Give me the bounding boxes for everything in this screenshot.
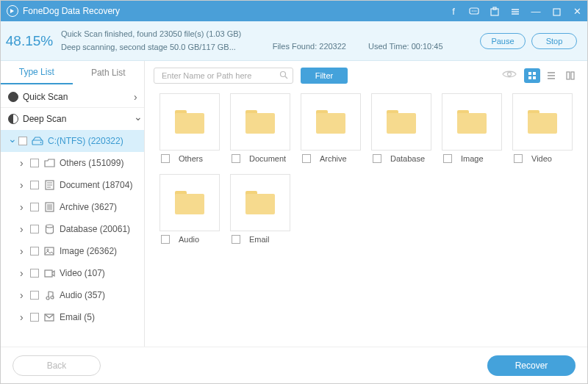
tree-item[interactable]: Audio (357) [20, 284, 144, 306]
checkbox[interactable] [30, 159, 39, 167]
recover-button[interactable]: Recover [487, 355, 576, 376]
tree-item[interactable]: Email (5) [20, 306, 144, 328]
checkbox[interactable] [161, 235, 170, 244]
category-icon [43, 246, 55, 256]
chevron-right-icon [134, 91, 144, 103]
search-input[interactable]: Enter Name or Path here [154, 68, 293, 84]
svg-point-8 [40, 142, 42, 143]
svg-point-16 [51, 296, 54, 299]
grid-item[interactable]: Document [230, 93, 290, 167]
register-icon[interactable] [484, 5, 505, 17]
folder-thumb [230, 174, 290, 231]
chevron-right-icon [20, 201, 30, 213]
grid-item[interactable]: Database [371, 93, 431, 167]
checkbox[interactable] [18, 137, 27, 145]
app-title: FoneDog Data Recovery [23, 6, 120, 16]
tree-item-label: Video (107) [60, 268, 144, 278]
grid-item-label: Database [390, 154, 425, 163]
svg-point-11 [46, 225, 53, 228]
view-grid-button[interactable] [524, 68, 540, 83]
file-grid: OthersDocumentArchiveDatabaseImageVideoA… [145, 90, 587, 347]
checkbox[interactable] [30, 313, 39, 322]
svg-point-2 [473, 10, 475, 12]
category-icon [43, 312, 55, 322]
grid-item[interactable]: Video [512, 93, 573, 167]
folder-thumb [442, 93, 502, 151]
titlebar: FoneDog Data Recovery f — ✕ [1, 1, 587, 21]
grid-item[interactable]: Audio [159, 174, 220, 247]
checkbox[interactable] [30, 225, 39, 233]
svg-point-18 [281, 72, 286, 77]
tree: Quick Scan Deep Scan C:(NTFS) (220322) O… [1, 84, 144, 347]
back-button[interactable]: Back [12, 355, 101, 376]
preview-icon[interactable] [502, 69, 517, 82]
scan-status-line1: Quick Scan finished, found 23050 file(s)… [61, 28, 241, 41]
tree-quick-scan[interactable]: Quick Scan [1, 86, 144, 108]
checkbox[interactable] [302, 154, 311, 163]
tree-item[interactable]: Archive (3627) [20, 196, 144, 218]
folder-icon [175, 191, 204, 214]
checkbox[interactable] [232, 235, 240, 244]
chevron-right-icon [20, 223, 30, 235]
svg-rect-24 [567, 72, 570, 79]
app-logo-icon [7, 5, 18, 17]
close-icon[interactable]: ✕ [567, 6, 587, 17]
svg-point-3 [476, 10, 477, 12]
svg-rect-6 [553, 9, 560, 15]
tree-item[interactable]: Database (20061) [20, 218, 144, 240]
folder-icon [457, 110, 487, 134]
category-icon [43, 202, 55, 212]
filter-button[interactable]: Filter [301, 68, 348, 84]
tree-drive[interactable]: C:(NTFS) (220322) [1, 130, 144, 152]
tree-deep-scan[interactable]: Deep Scan [1, 108, 144, 130]
tree-item-label: Audio (357) [60, 290, 144, 300]
checkbox[interactable] [30, 269, 39, 278]
tree-item[interactable]: Others (151099) [20, 152, 144, 174]
minimize-icon[interactable]: — [526, 6, 546, 17]
tree-item-label: Document (18704) [60, 180, 144, 190]
checkbox[interactable] [30, 203, 39, 211]
tree-item[interactable]: Document (18704) [20, 174, 144, 196]
checkbox[interactable] [161, 154, 170, 163]
chevron-right-icon [20, 245, 30, 257]
menu-icon[interactable] [505, 5, 526, 17]
scan-status-line2: Deep scanning, second stage 50.0 GB/117 … [61, 41, 241, 54]
svg-rect-14 [45, 270, 52, 277]
svg-point-19 [508, 73, 512, 76]
checkbox[interactable] [373, 154, 381, 163]
maximize-icon[interactable] [546, 6, 567, 17]
svg-point-1 [472, 10, 473, 12]
facebook-icon[interactable]: f [443, 6, 464, 17]
grid-item[interactable]: Archive [301, 93, 361, 167]
category-icon [43, 290, 55, 300]
pause-button[interactable]: Pause [480, 33, 526, 49]
view-detail-button[interactable] [562, 68, 578, 83]
svg-rect-23 [533, 76, 536, 79]
checkbox[interactable] [514, 154, 523, 163]
toolbar: Enter Name or Path here Filter [145, 61, 587, 90]
tab-type-list[interactable]: Type List [1, 61, 73, 84]
svg-point-15 [46, 297, 49, 300]
feedback-icon[interactable] [464, 5, 484, 17]
grid-item[interactable]: Image [442, 93, 502, 167]
checkbox[interactable] [30, 247, 39, 256]
tab-path-list[interactable]: Path List [73, 61, 145, 84]
checkbox[interactable] [443, 154, 452, 163]
grid-item-label: Archive [320, 154, 347, 163]
scan-status-lines: Quick Scan finished, found 23050 file(s)… [58, 28, 241, 54]
checkbox[interactable] [30, 291, 39, 300]
tree-item-label: Archive (3627) [60, 202, 144, 212]
app-window: FoneDog Data Recovery f — ✕ 48.15% Quick… [0, 0, 588, 384]
grid-item[interactable]: Others [159, 93, 220, 167]
footer: Back Recover [1, 347, 587, 383]
view-list-button[interactable] [543, 68, 559, 83]
checkbox[interactable] [30, 181, 39, 189]
stop-button[interactable]: Stop [531, 33, 577, 49]
tree-item[interactable]: Video (107) [20, 262, 144, 284]
tree-item[interactable]: Image (26362) [20, 240, 144, 262]
folder-icon [245, 110, 275, 134]
checkbox[interactable] [232, 154, 240, 163]
chevron-right-icon [20, 289, 30, 301]
folder-thumb [230, 93, 290, 151]
grid-item[interactable]: Email [230, 174, 290, 247]
